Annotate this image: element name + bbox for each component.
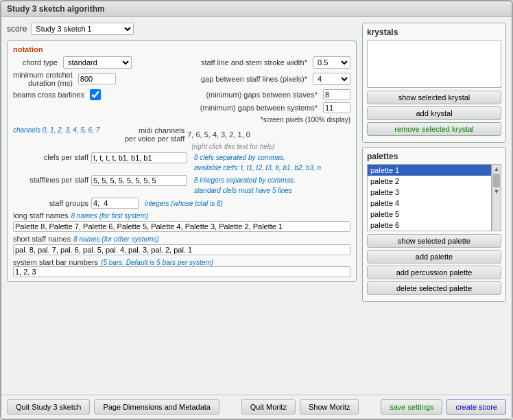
palette-item-5[interactable]: palette 5 [368,209,491,220]
footer-right: save settings create score [381,399,506,415]
staff-stroke-label: staff line and stem stroke width* [201,58,307,67]
krystals-title: krystals [367,27,501,37]
beams-checkbox[interactable] [90,89,101,100]
system-bar-hint: (5 bars. Default is 5 bars per system) [101,259,213,266]
short-staff-names-hint: 8 names (for other systems) [73,235,158,243]
page-dimensions-button[interactable]: Page Dimensions and Metadata [94,399,219,415]
long-staff-names-label: long staff names [13,211,69,220]
add-palette-button[interactable]: add palette [367,250,501,264]
system-bar-label: system start bar numbers [13,258,98,266]
add-krystal-button[interactable]: add krystal [367,106,501,120]
stafflines-label: stafflines per staff [13,175,88,184]
right-panel: krystals show selected krystal add kryst… [362,23,506,389]
min-crotchet-label1: minimum crotchet [13,71,73,79]
remove-krystal-button[interactable]: remove selected krystal [367,122,501,136]
beams-label: beams cross barlines [13,91,84,99]
staff-groups-hint: integers (whose total is 8) [145,200,223,207]
save-settings-button[interactable]: save settings [381,399,442,415]
system-bar-input[interactable] [13,266,350,277]
long-staff-names-input[interactable] [13,221,350,232]
min-gaps-staves-input[interactable] [323,89,350,100]
long-staff-names-hint: 8 names (for first system) [71,212,149,220]
screen-note: *screen pixels (100% display) [261,116,350,124]
show-krystal-button[interactable]: show selected krystal [367,91,501,104]
chord-type-select[interactable]: standard jazz [63,56,132,69]
create-score-button[interactable]: create score [446,399,506,415]
footer: Quit Study 3 sketch Page Dimensions and … [1,395,512,419]
show-moritz-button[interactable]: Show Moritz [300,399,359,415]
min-gaps-systems-label: (minimum) gaps between systems* [200,104,318,112]
palette-item-2[interactable]: palette 2 [368,176,491,187]
stafflines-input[interactable] [91,175,187,186]
min-gaps-systems-input[interactable] [323,102,350,113]
midi-value: 7, 6, 5, 4, 3, 2, 1, 0 [187,130,250,139]
min-gaps-staves-label: (minimum) gaps between staves* [206,91,318,99]
palette-list-container: palette 1 palette 2 palette 3 palette 4 … [367,164,501,231]
palette-item-1[interactable]: palette 1 [368,165,491,176]
add-percussion-palette-button[interactable]: add percussion palette [367,266,501,279]
gap-staff-label: gap between staff lines (pixels)* [201,75,307,83]
palettes-title: palettes [367,152,501,161]
midi-label1: midi channels [109,126,184,135]
footer-left: Quit Study 3 sketch Page Dimensions and … [7,399,219,415]
notation-title: notation [13,45,350,54]
staff-stroke-select[interactable]: 0.5 1 [313,56,350,69]
palette-scrollbar[interactable]: ▲ ▼ [492,164,501,231]
staff-groups-input[interactable] [91,198,139,209]
palette-item-3[interactable]: palette 3 [368,187,491,198]
short-staff-names-input[interactable] [13,244,350,255]
score-row: score Study 3 sketch 1 Study 3 sketch 2 [7,23,357,35]
palettes-section: palettes palette 1 palette 2 palette 3 p… [362,147,506,302]
clefs-hint2: available clefs: t, t1, t2, t3, b, b1, b… [194,163,321,173]
staff-groups-label: staff groups [13,199,88,207]
show-palette-button[interactable]: show selected palette [367,234,501,248]
chord-type-label: chord type [13,58,58,67]
clefs-hint1: 8 clefs separated by commas. [194,152,321,163]
main-window: Study 3 sketch algorithm score Study 3 s… [0,0,513,420]
min-crotchet-input[interactable] [78,73,116,84]
quit-study-button[interactable]: Quit Study 3 sketch [7,399,90,415]
stafflines-hint1: 8 integers separated by commas. [194,175,296,185]
short-staff-names-label: short staff names [13,235,71,243]
krystals-section: krystals show selected krystal add kryst… [362,23,506,143]
clefs-label: clefs per staff [13,152,88,161]
notation-section: notation chord type standard jazz staff … [7,40,357,282]
krystal-display-area [367,40,501,88]
min-crotchet-label2: duration (ms) [28,79,73,87]
clefs-input[interactable] [91,152,187,163]
title-bar: Study 3 sketch algorithm [1,1,512,17]
stafflines-hint2: standard clefs must have 5 lines [194,185,296,196]
score-label: score [7,24,27,34]
delete-palette-button[interactable]: delete selected palette [367,281,501,295]
midi-label2: per voice per staff [109,135,184,143]
window-title: Study 3 sketch algorithm [7,4,105,14]
palette-list[interactable]: palette 1 palette 2 palette 3 palette 4 … [367,164,492,231]
palette-item-4[interactable]: palette 4 [368,198,491,209]
left-panel: score Study 3 sketch 1 Study 3 sketch 2 … [7,23,357,389]
score-select[interactable]: Study 3 sketch 1 Study 3 sketch 2 [31,23,134,35]
palette-item-6[interactable]: palette 6 [368,220,491,231]
gap-staff-select[interactable]: 4 5 6 [313,73,350,85]
right-click-hint: (right click this text for help) [191,143,275,150]
quit-moritz-button[interactable]: Quit Moritz [241,399,296,415]
midi-hint: channels 0, 1, 2, 3, 4, 5, 6, 7 [13,126,99,134]
